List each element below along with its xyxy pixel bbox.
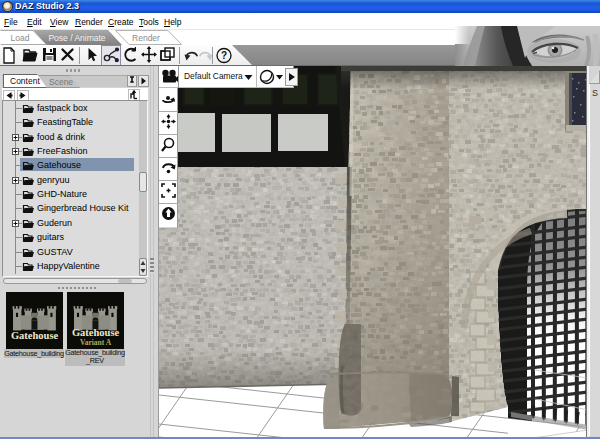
svg-text:Gatehouse: Gatehouse [11,330,59,341]
svg-text:Render: Render [132,33,160,43]
svg-text:?: ? [221,50,227,61]
svg-text:Pose / Animate: Pose / Animate [48,33,105,43]
svg-text:Load: Load [11,33,30,43]
svg-text:Gatehouse: Gatehouse [72,327,120,338]
svg-text:Variant A: Variant A [80,338,112,347]
